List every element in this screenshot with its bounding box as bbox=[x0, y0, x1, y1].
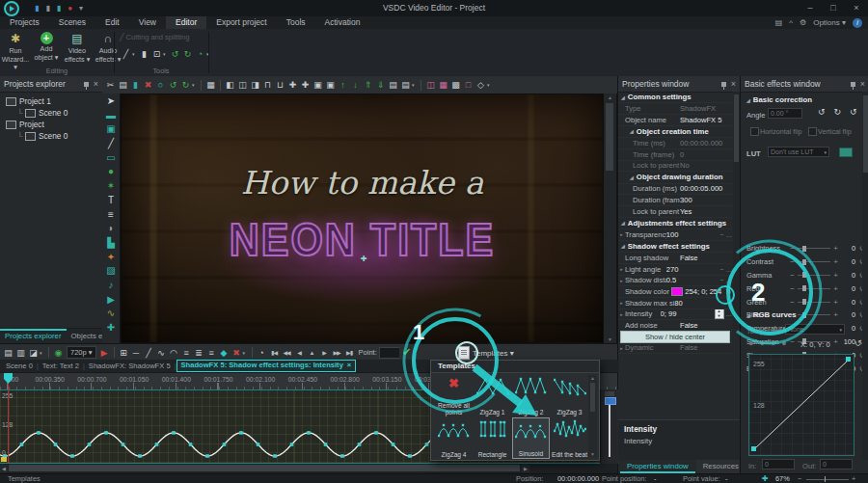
channel-dot-0[interactable]: ● bbox=[748, 338, 753, 348]
quick-access-more-icon[interactable]: ▾ bbox=[79, 0, 83, 16]
slider-plus-icon[interactable]: + bbox=[832, 284, 839, 293]
prev-keyframe-icon[interactable]: ◀◀ bbox=[281, 349, 293, 356]
horizontal-flip-checkbox[interactable] bbox=[750, 127, 759, 136]
close-icon[interactable]: × bbox=[860, 79, 865, 89]
apply-check-icon[interactable]: ✔ bbox=[402, 346, 411, 359]
movement-tool-icon[interactable]: ✚ bbox=[107, 321, 115, 335]
template-item-zigzag-4[interactable]: ZigZag 4 bbox=[435, 417, 473, 459]
scrollbar-thumb[interactable] bbox=[590, 383, 595, 412]
layout-icon[interactable]: ▤ bbox=[775, 18, 783, 27]
delete-icon[interactable]: ✖ bbox=[142, 77, 154, 93]
line-bezier-icon[interactable]: ◠ bbox=[168, 345, 180, 361]
send-to-back-icon[interactable]: ⇓ bbox=[374, 77, 387, 93]
section-adjustments-effect-settings[interactable]: ◢Adjustments effect settings bbox=[618, 218, 732, 229]
delete-point-icon-caret[interactable]: ▾ bbox=[243, 350, 249, 356]
time-icon[interactable]: ◔ bbox=[256, 345, 268, 361]
timeline-tab-text-text-2[interactable]: Text: Text 2 bbox=[39, 362, 83, 370]
reset-rotation-icon[interactable]: ↺ bbox=[850, 107, 857, 117]
move-up-icon[interactable]: ↑ bbox=[337, 77, 349, 93]
channel-dot-2[interactable]: ● bbox=[771, 338, 775, 348]
property-row-intensity[interactable]: ▸Intensity0; 99▲ ▼… bbox=[618, 309, 732, 321]
shadow-color-swatch[interactable] bbox=[671, 287, 683, 296]
property-value[interactable]: 0 bbox=[680, 150, 732, 159]
template-item-zigzag-3[interactable]: ZigZag 3 bbox=[551, 375, 588, 416]
free-shape-tool-icon[interactable]: ✶ bbox=[107, 179, 115, 194]
snap-grid-icon[interactable]: ▦ bbox=[437, 77, 449, 93]
tl-copy-icon[interactable]: ▤ bbox=[2, 345, 14, 361]
point-time-input[interactable] bbox=[379, 347, 399, 359]
add-point-icon[interactable]: ◆ bbox=[218, 345, 231, 361]
menu-tab-view[interactable]: View bbox=[129, 16, 166, 29]
scroll-down-icon[interactable]: ▼ bbox=[604, 336, 616, 342]
menu-tab-export-project[interactable]: Export project bbox=[206, 16, 276, 29]
slider-track[interactable] bbox=[798, 275, 830, 276]
insert-point-icon[interactable]: ⊞ bbox=[118, 345, 130, 361]
tl-blend-icon-caret[interactable]: ▾ bbox=[40, 350, 45, 356]
ellipse-tool-icon[interactable]: ● bbox=[108, 165, 114, 179]
cut-icon[interactable]: ✂ bbox=[104, 77, 117, 93]
slider-handle[interactable] bbox=[802, 259, 806, 265]
property-row-shadow-color[interactable]: Shadow color254; 0; 254✎ bbox=[618, 286, 732, 298]
property-row-duration-frames[interactable]: Duration (frames)300 bbox=[618, 195, 732, 206]
sprite-tool-icon[interactable]: ▬ bbox=[106, 109, 116, 123]
expand-icon[interactable]: ▸ bbox=[618, 266, 625, 272]
slider-handle[interactable] bbox=[802, 246, 806, 252]
line-linear-icon[interactable]: ╱ bbox=[143, 345, 155, 361]
expand-icon[interactable]: ▸ bbox=[618, 345, 625, 351]
new-project-icon[interactable]: ▮ bbox=[35, 0, 39, 16]
curve-vertical-zoom-slider[interactable] bbox=[600, 389, 618, 464]
curve-templates-select[interactable]: None▾ bbox=[785, 324, 845, 335]
property-row-light-angle[interactable]: ▸Light angle270−… bbox=[618, 264, 732, 276]
scroll-left-icon[interactable]: ◀ bbox=[0, 465, 8, 472]
section-collapse-icon[interactable]: ◢ bbox=[621, 243, 625, 249]
property-value[interactable]: False bbox=[680, 321, 732, 330]
undo-icon[interactable]: ↺ bbox=[167, 77, 179, 93]
property-row-dynamic[interactable]: ▸DynamicFalse bbox=[618, 343, 732, 355]
paste-icon[interactable]: ▤ bbox=[117, 77, 129, 93]
slider-plus-icon[interactable]: + bbox=[832, 298, 839, 307]
menu-tab-edit[interactable]: Edit bbox=[95, 16, 129, 29]
slider-plus-icon[interactable]: + bbox=[832, 271, 839, 280]
slider-handle[interactable] bbox=[802, 285, 806, 291]
timeline-tab-scene-0[interactable]: Scene 0 bbox=[2, 362, 37, 370]
collapse-ribbon-icon[interactable]: ^ bbox=[789, 18, 793, 27]
align-points-left-icon[interactable]: ≡ bbox=[180, 345, 193, 361]
slider-track[interactable] bbox=[798, 261, 830, 262]
templates-doc-icon[interactable] bbox=[458, 346, 470, 360]
property-row-long-shadow[interactable]: Long shadowFalse bbox=[618, 253, 732, 264]
section-collapse-icon[interactable]: ◢ bbox=[746, 97, 750, 103]
next-keyframe-icon[interactable]: ▶▶ bbox=[331, 349, 343, 356]
text-tool-icon[interactable]: T bbox=[108, 194, 114, 208]
property-row-type[interactable]: TypeShadowFX bbox=[618, 103, 732, 115]
group-icon[interactable]: ▤ bbox=[387, 77, 399, 93]
scrollbar-thumb[interactable] bbox=[606, 103, 613, 171]
step-forward-icon[interactable]: ▶ bbox=[318, 349, 331, 356]
align-top-icon[interactable]: ⊓ bbox=[261, 77, 274, 93]
rotate-cw-icon[interactable]: ↻ bbox=[181, 46, 194, 62]
select-tool-icon[interactable]: ➤ bbox=[107, 94, 115, 109]
playback-speed-icon-caret[interactable]: ▾ bbox=[206, 51, 212, 57]
info-icon[interactable]: i bbox=[853, 18, 862, 28]
intensity-spinner[interactable]: ▲ ▼ bbox=[715, 309, 724, 320]
timeline-tab-shadowfx-shadowfx-5[interactable]: ShadowFX: ShadowFX 5 bbox=[85, 362, 175, 370]
zoom-out-icon[interactable]: − bbox=[798, 474, 801, 483]
section-collapse-icon[interactable]: ◢ bbox=[621, 220, 625, 226]
property-row-time-frame[interactable]: Time (frame)0 bbox=[618, 149, 732, 161]
property-row-shadow-distance[interactable]: ▸Shadow distance0.5−… bbox=[618, 276, 732, 287]
property-row-transparency[interactable]: ▸Transparency (%)100−… bbox=[618, 229, 732, 241]
slider-handle[interactable] bbox=[605, 397, 616, 405]
slider-track[interactable] bbox=[609, 401, 610, 457]
preview-quality-icon[interactable]: ◉ bbox=[52, 345, 65, 361]
save-project-icon[interactable]: ▮ bbox=[57, 0, 61, 16]
close-icon[interactable]: × bbox=[731, 79, 736, 89]
bring-to-front-icon[interactable]: ⇑ bbox=[362, 77, 374, 93]
scroll-right-icon[interactable]: ▶ bbox=[522, 465, 529, 472]
scroll-up-icon[interactable]: ▲ bbox=[604, 94, 616, 100]
zoom-slider-handle[interactable] bbox=[825, 476, 826, 482]
out-field[interactable]: 0 bbox=[820, 459, 853, 470]
zoom-out-button[interactable] bbox=[605, 391, 614, 396]
menu-tab-activation[interactable]: Activation bbox=[315, 16, 370, 29]
section-shadow-effect-settings[interactable]: ◢Shadow effect settings bbox=[618, 241, 732, 253]
slider-plus-icon[interactable]: + bbox=[832, 310, 839, 319]
show-grid-icon[interactable]: ▩ bbox=[449, 77, 462, 93]
